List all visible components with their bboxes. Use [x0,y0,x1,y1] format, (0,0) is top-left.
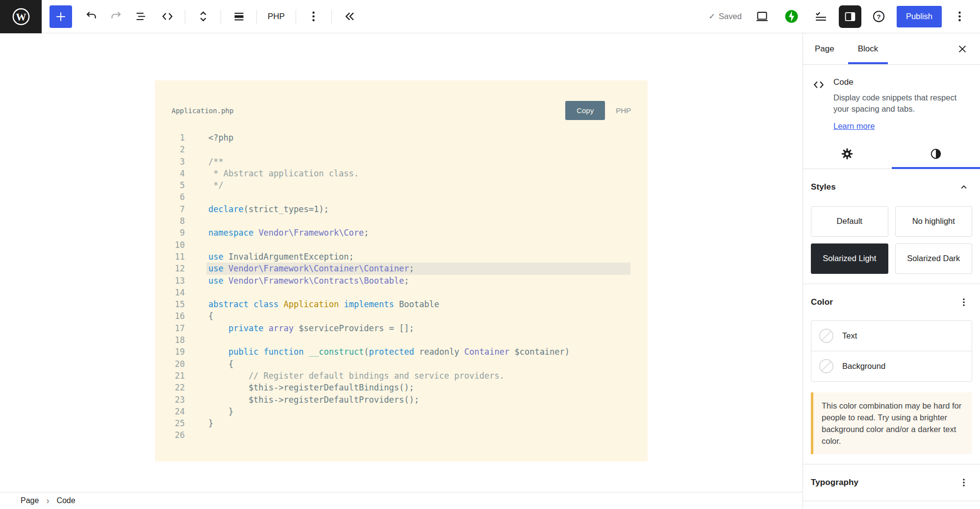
typography-panel-title: Typography [811,478,858,487]
code-line: 26 [172,429,630,441]
tab-settings[interactable] [803,140,892,169]
code-block-header: Application.php Copy PHP [155,80,648,120]
code-line: 24 } [172,406,630,417]
code-text: { [206,358,630,370]
copy-button[interactable]: Copy [565,101,605,120]
code-line: 12use Vendor\Framework\Container\Contain… [172,263,630,274]
collapse-toolbar-button[interactable] [338,5,361,28]
code-line: 13use Vendor\Framework\Contracts\Bootabl… [172,275,630,287]
line-number: 19 [172,346,185,358]
line-number: 17 [172,322,185,334]
editor-canvas[interactable]: Application.php Copy PHP 1<?php23/**4 * … [0,33,803,492]
code-line: 20 { [172,358,630,370]
collapse-styles-button[interactable] [955,179,972,195]
code-text: private array $serviceProviders = []; [206,322,630,334]
color-setting-text[interactable]: Text [811,321,972,351]
code-line: 17 private array $serviceProviders = []; [172,322,630,334]
code-text: namespace Vendor\Framework\Core; [206,227,630,239]
justify-icon [231,9,247,24]
style-option-solarized-dark[interactable]: Solarized Dark [895,243,973,274]
code-header-actions: Copy PHP [565,101,631,120]
line-number: 20 [172,358,185,370]
color-setting-background[interactable]: Background [811,351,972,381]
line-number: 15 [172,298,185,310]
code-block-type-button[interactable] [155,5,179,28]
style-option-default[interactable]: Default [811,206,888,237]
typography-options-button[interactable] [955,474,972,491]
close-sidebar-button[interactable] [952,38,973,60]
no-color-swatch-icon [819,359,834,374]
breadcrumb: Page›Code [0,492,803,509]
code-text [206,215,630,227]
code-line: 1<?php [172,132,630,144]
settings-sidebar-toggle[interactable] [839,5,861,28]
code-text [206,287,630,298]
learn-more-link[interactable]: Learn more [833,121,875,131]
code-line: 4 * Abstract application class. [172,168,630,179]
code-text-highlighted: use Vendor\Framework\Container\Container… [206,263,630,274]
checklist-icon [813,9,829,24]
redo-button[interactable] [104,5,128,28]
jetpack-icon [784,9,799,24]
tab-block[interactable]: Block [846,33,890,64]
wordpress-logo-button[interactable]: W [0,0,42,33]
undo-icon [83,9,99,24]
tab-styles[interactable] [892,140,980,169]
jetpack-button[interactable] [780,5,804,28]
line-number: 23 [172,394,185,406]
preview-button[interactable] [751,5,774,28]
kebab-menu-icon [952,9,967,24]
line-number: 12 [172,263,185,274]
svg-text:W: W [16,11,26,23]
code-text: abstract class Application implements Bo… [206,298,630,310]
code-text: */ [206,179,630,191]
help-button[interactable]: ? [867,5,891,28]
php-language-button[interactable]: PHP [263,5,290,28]
undo-button[interactable] [79,5,102,28]
code-filename: Application.php [172,107,233,115]
code-text: public function __construct(protected re… [206,346,630,358]
more-options-button[interactable] [948,5,971,28]
code-line: 18 [172,334,630,346]
code-text: use InvalidArgumentException; [206,251,630,263]
line-number: 4 [172,168,185,179]
block-mover-button[interactable] [191,5,215,28]
publish-button[interactable]: Publish [897,6,942,27]
color-options-button[interactable] [955,294,972,311]
code-language-label: PHP [616,106,631,115]
document-overview-button[interactable] [130,5,153,28]
code-text: $this->registerDefaultProviders(); [206,394,630,406]
breadcrumb-item-code[interactable]: Code [56,496,75,505]
styles-panel: Styles DefaultNo highlightSolarized Ligh… [803,169,980,284]
justify-button[interactable] [227,5,251,28]
color-panel: Color TextBackground This color combinat… [803,284,980,464]
toolbar-divider [296,10,296,24]
contrast-warning: This color combination may be hard for p… [811,392,972,454]
line-number: 1 [172,132,185,144]
styles-panel-header: Styles [811,179,972,195]
line-number: 22 [172,382,185,393]
toolbar-divider [256,10,257,24]
tab-page[interactable]: Page [803,33,846,64]
editor-topbar: W [0,0,980,33]
code-line: 14 [172,287,630,298]
code-line: 11use InvalidArgumentException; [172,251,630,263]
editor-canvas-column: Application.php Copy PHP 1<?php23/**4 * … [0,33,803,509]
code-block[interactable]: Application.php Copy PHP 1<?php23/**4 * … [155,80,648,461]
style-option-solarized-light[interactable]: Solarized Light [811,243,888,274]
color-panel-header: Color [811,294,972,311]
style-option-no-highlight[interactable]: No highlight [895,206,973,237]
toolbar-left-group: PHP [42,5,361,28]
block-options-button[interactable] [302,5,326,28]
code-text [206,191,630,203]
block-inserter-button[interactable] [50,5,72,28]
line-number: 6 [172,191,185,203]
breadcrumb-item-page[interactable]: Page [21,496,39,505]
line-number: 25 [172,417,185,429]
code-line: 3/** [172,156,630,168]
code-text [206,429,630,441]
list-view-icon [134,9,150,24]
checklist-button[interactable] [809,5,833,28]
color-rows: TextBackground [811,320,972,382]
kebab-menu-icon [957,476,970,489]
